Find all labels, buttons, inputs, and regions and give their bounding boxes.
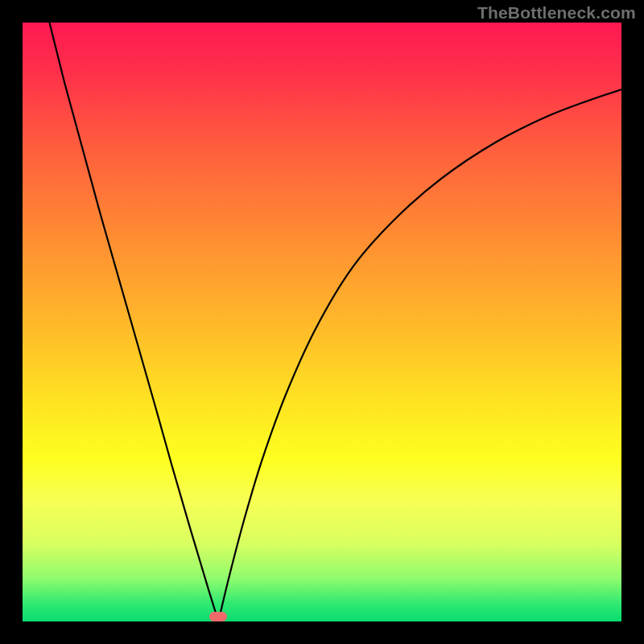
min-point-marker xyxy=(209,612,227,621)
chart-outer-frame: TheBottleneck.com xyxy=(0,0,644,644)
plot-area xyxy=(23,23,621,621)
bottleneck-curve xyxy=(23,23,621,621)
curve-path xyxy=(49,23,621,621)
watermark-caption: TheBottleneck.com xyxy=(477,3,636,23)
